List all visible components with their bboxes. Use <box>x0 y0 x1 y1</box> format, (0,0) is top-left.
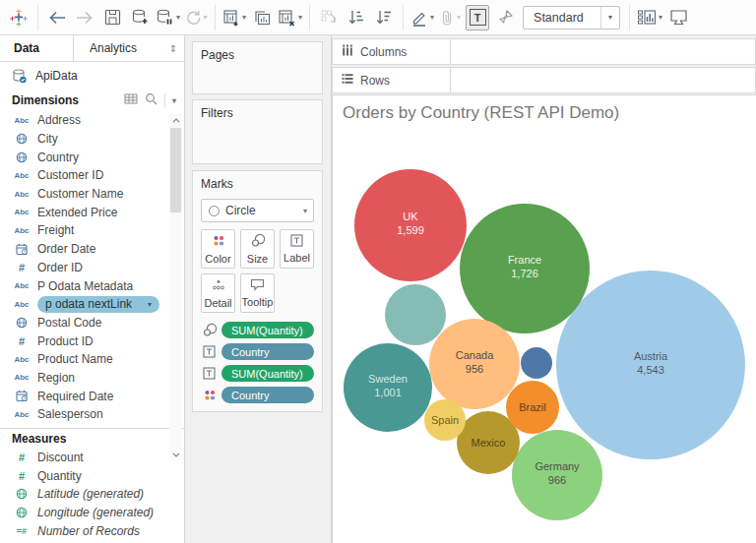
tooltip-icon <box>250 278 265 293</box>
bubble-Austria[interactable] <box>556 271 745 459</box>
swap-rows-columns-button[interactable] <box>317 5 341 30</box>
abc-icon: Abc <box>12 190 32 199</box>
pages-shelf[interactable]: Pages <box>192 41 323 94</box>
field-item[interactable]: Country <box>0 148 184 166</box>
bubble-chart: Austria4,543France1,726UK1,599Canada956G… <box>333 95 756 543</box>
field-item[interactable]: AbcAddress <box>0 111 184 130</box>
duplicate-sheet-button[interactable] <box>250 5 274 30</box>
view-as-grid-icon[interactable] <box>124 93 138 107</box>
field-pill[interactable]: SUM(Quantity) <box>221 365 314 382</box>
clear-sheet-button[interactable]: ▾ <box>278 5 302 30</box>
globe-icon <box>12 317 32 329</box>
filters-label: Filters <box>201 106 233 120</box>
filters-shelf[interactable]: Filters <box>192 99 323 164</box>
bubble-Germany[interactable] <box>512 430 602 520</box>
globe-icon <box>12 151 32 163</box>
scroll-up-icon[interactable] <box>169 114 182 126</box>
rows-drop-area[interactable] <box>451 68 755 92</box>
tab-data[interactable]: Data <box>0 35 74 61</box>
field-pill[interactable]: Country <box>221 387 314 403</box>
pause-auto-updates-button[interactable]: ▾ <box>156 5 180 30</box>
text-label-button[interactable]: T <box>466 5 489 30</box>
field-item[interactable]: AbcExtended Price <box>0 203 184 221</box>
rows-shelf[interactable]: Rows <box>332 67 756 93</box>
search-icon[interactable] <box>145 92 158 108</box>
columns-shelf[interactable]: Columns <box>332 38 756 65</box>
label-button[interactable]: Label <box>280 229 314 269</box>
field-item[interactable]: AbcCustomer ID <box>0 166 184 185</box>
bubble-Brazil[interactable] <box>506 381 559 434</box>
pages-label: Pages <box>201 48 234 62</box>
field-pill[interactable]: Country <box>221 343 314 360</box>
scrollbar-thumb[interactable] <box>170 128 181 212</box>
bubble-unlabeled[interactable] <box>521 347 552 379</box>
field-item[interactable]: AbcSalesperson <box>0 405 184 424</box>
hash-icon: # <box>12 452 32 463</box>
field-item[interactable]: #Quantity <box>0 466 184 485</box>
field-item[interactable]: Postal Code <box>0 314 184 332</box>
dimensions-menu-icon[interactable]: ▾ <box>172 96 180 105</box>
abc-icon: Abc <box>12 226 32 235</box>
field-item[interactable]: AbcP Odata Metadata <box>0 276 184 295</box>
sort-ascending-button[interactable] <box>345 5 368 30</box>
sort-descending-button[interactable] <box>372 5 396 30</box>
color-button[interactable]: Color <box>201 229 235 269</box>
field-item[interactable]: #Order ID <box>0 259 184 277</box>
rows-icon <box>342 73 353 88</box>
presentation-mode-button[interactable] <box>666 5 690 30</box>
paperclip-button[interactable]: ▾ <box>438 5 462 30</box>
tableau-logo-button[interactable] <box>7 5 31 30</box>
scroll-down-icon[interactable] <box>169 449 182 460</box>
back-arrow-button[interactable] <box>45 5 69 30</box>
date-icon <box>12 390 32 402</box>
add-datasource-button[interactable] <box>128 5 152 30</box>
field-item[interactable]: AbcProduct Name <box>0 350 184 369</box>
field-item[interactable]: Order Date <box>0 240 184 259</box>
tooltip-button[interactable]: Tooltip <box>240 273 275 313</box>
field-item[interactable]: AbcFreight <box>0 221 184 240</box>
field-item[interactable]: City <box>0 130 184 149</box>
field-item[interactable]: Required Date <box>0 387 184 405</box>
field-item[interactable]: Abcp odata nextLink▾ <box>0 295 184 314</box>
new-worksheet-button[interactable]: ▾ <box>222 5 246 30</box>
field-item[interactable]: Latitude (generated) <box>0 485 184 504</box>
field-item[interactable]: AbcCustomer Name <box>0 185 184 204</box>
mark-type-dropdown[interactable]: Circle ▾ <box>201 199 314 222</box>
field-pill[interactable]: SUM(Quantity) <box>221 322 314 338</box>
date-icon <box>12 243 32 256</box>
detail-button[interactable]: Detail <box>201 273 235 313</box>
refresh-datasource-button[interactable]: ▾ <box>184 5 208 30</box>
pane-tabs: Data Analytics ⇕ <box>0 35 184 62</box>
hash-icon: # <box>12 335 32 347</box>
field-item[interactable]: AbcRegion <box>0 369 184 388</box>
pane-expand-icon[interactable]: ⇕ <box>162 35 184 61</box>
field-item[interactable]: #Discount <box>0 449 184 467</box>
tab-analytics[interactable]: Analytics <box>74 35 162 61</box>
highlight-pen-button[interactable]: ▾ <box>410 5 434 30</box>
bubble-France[interactable] <box>460 204 590 333</box>
marks-card: Marks Circle ▾ ColorSizeLabelDetailToolt… <box>192 170 323 412</box>
globe-icon <box>12 488 32 500</box>
columns-label: Columns <box>360 45 407 59</box>
fix-axes-pin-button[interactable] <box>493 5 517 30</box>
field-item[interactable]: Longitude (generated) <box>0 504 184 522</box>
fit-mode-select[interactable]: Standard▾ <box>523 6 620 30</box>
bubble-Sweden[interactable] <box>344 343 432 432</box>
field-item[interactable]: =#Number of Records <box>0 521 184 540</box>
size-button[interactable]: Size <box>240 229 275 269</box>
datasource-connection[interactable]: ApiData <box>0 62 184 90</box>
columns-drop-area[interactable] <box>451 39 755 64</box>
bubble-Spain[interactable] <box>424 399 466 441</box>
save-button[interactable] <box>100 5 124 30</box>
dimensions-scrollbar[interactable] <box>169 114 182 460</box>
circle-mark-icon <box>209 206 220 216</box>
bubble-UK[interactable] <box>354 169 467 281</box>
bubble-unlabeled[interactable] <box>385 284 446 345</box>
abc-icon: Abc <box>12 208 32 216</box>
field-item[interactable]: #Product ID <box>0 332 184 350</box>
show-hide-cards-button[interactable]: ▾ <box>637 5 662 30</box>
data-pane: Data Analytics ⇕ ApiData Dimensions ▾ Ab… <box>0 35 185 543</box>
forward-arrow-button[interactable] <box>73 5 96 30</box>
abc-icon: Abc <box>12 373 32 382</box>
bubble-Canada[interactable] <box>429 319 520 409</box>
